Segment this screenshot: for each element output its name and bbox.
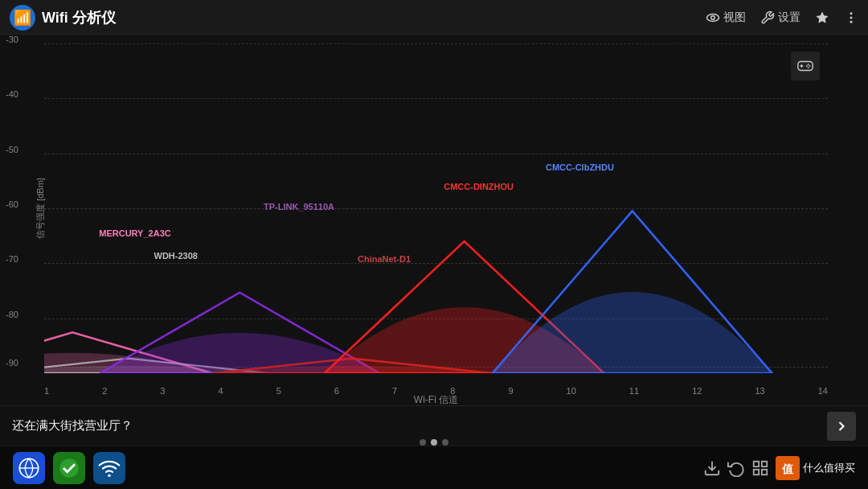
ad-arrow-button[interactable] — [827, 412, 856, 441]
right-status-area: 值 什么值得买 — [703, 456, 855, 480]
check-icon — [58, 457, 80, 479]
settings-icon — [760, 10, 775, 25]
ad-text: 还在满大街找营业厅？ — [12, 418, 827, 434]
arrow-right-icon — [833, 418, 850, 434]
svg-text:值: 值 — [781, 462, 794, 475]
wifi-icon — [98, 457, 121, 479]
globe-icon — [18, 457, 40, 479]
app-icon-1[interactable] — [13, 452, 45, 484]
x-label-4: 4 — [219, 386, 223, 396]
star-nav-item[interactable] — [815, 10, 829, 25]
chart-inner: 信号强度 [dBm] -30 -40 -50 -60 -70 -80 -90 — [44, 43, 828, 373]
x-label-5: 5 — [276, 386, 281, 396]
nav-right: 视图 设置 — [706, 10, 858, 25]
gamepad-icon — [796, 57, 814, 75]
app-icon-2[interactable] — [53, 452, 85, 484]
x-axis-label: Wi-Fi 信道 — [414, 393, 458, 407]
svg-rect-22 — [762, 469, 767, 474]
download-icon[interactable] — [703, 459, 721, 477]
more-nav-item[interactable] — [844, 10, 858, 25]
pagination-dot-2 — [431, 439, 437, 446]
wifi-chart-svg — [44, 43, 828, 373]
pagination-dot-3 — [442, 439, 448, 446]
settings-nav-item[interactable]: 设置 — [760, 10, 800, 25]
x-label-14: 14 — [818, 386, 828, 396]
svg-point-13 — [806, 65, 808, 67]
svg-point-2 — [707, 14, 719, 22]
brand-icon: 值 — [776, 456, 800, 480]
pagination-dot-1 — [420, 439, 426, 446]
svg-point-18 — [108, 474, 111, 477]
grid-label-40: -40 — [6, 89, 18, 99]
x-label-9: 9 — [508, 386, 513, 396]
brand-logo[interactable]: 值 什么值得买 — [776, 456, 855, 480]
x-label-6: 6 — [334, 386, 339, 396]
x-label-3: 3 — [160, 386, 165, 396]
grid-icon[interactable] — [751, 459, 769, 477]
svg-point-17 — [59, 458, 78, 477]
x-label-11: 11 — [629, 386, 639, 396]
svg-marker-4 — [817, 12, 829, 23]
x-label-12: 12 — [692, 386, 702, 396]
topbar: 📶 Wifi 分析仪 视图 设置 — [0, 0, 868, 35]
svg-point-14 — [808, 67, 809, 68]
svg-rect-23 — [754, 469, 759, 474]
chart-container: 信号强度 [dBm] -30 -40 -50 -60 -70 -80 -90 — [0, 35, 868, 405]
controller-icon[interactable] — [791, 51, 820, 80]
svg-rect-20 — [754, 461, 759, 466]
grid-label-70: -70 — [6, 254, 18, 264]
x-label-2: 2 — [102, 386, 107, 396]
svg-point-5 — [850, 12, 853, 14]
pagination — [420, 439, 448, 446]
grid-label-90: -90 — [6, 358, 18, 368]
x-label-10: 10 — [567, 386, 576, 396]
x-label-13: 13 — [755, 386, 764, 396]
svg-point-12 — [809, 65, 811, 67]
logo-area: 📶 Wifi 分析仪 — [10, 5, 116, 31]
grid-label-30: -30 — [6, 35, 18, 44]
more-icon — [844, 10, 858, 25]
svg-point-7 — [850, 21, 853, 23]
x-label-7: 7 — [392, 386, 397, 396]
svg-point-3 — [711, 16, 715, 20]
svg-point-6 — [850, 17, 853, 19]
svg-point-11 — [808, 64, 809, 65]
x-label-1: 1 — [44, 386, 49, 396]
app-title: Wifi 分析仪 — [42, 8, 116, 27]
settings-label: 设置 — [778, 10, 800, 25]
svg-text:📶: 📶 — [14, 9, 32, 27]
grid-label-60: -60 — [6, 199, 18, 209]
statusbar: 值 什么值得买 — [0, 446, 868, 489]
view-nav-item[interactable]: 视图 — [706, 10, 746, 25]
grid-label-50: -50 — [6, 145, 18, 154]
brand-text: 什么值得买 — [803, 461, 855, 475]
svg-rect-8 — [798, 62, 813, 71]
view-label: 视图 — [723, 10, 746, 25]
app-icon-3[interactable] — [93, 452, 125, 484]
wifi-app-icon: 📶 — [10, 5, 35, 31]
star-icon — [815, 10, 829, 25]
svg-rect-21 — [762, 461, 767, 466]
eye-icon — [706, 10, 720, 25]
refresh-icon[interactable] — [727, 459, 745, 477]
grid-label-80: -80 — [6, 310, 18, 319]
